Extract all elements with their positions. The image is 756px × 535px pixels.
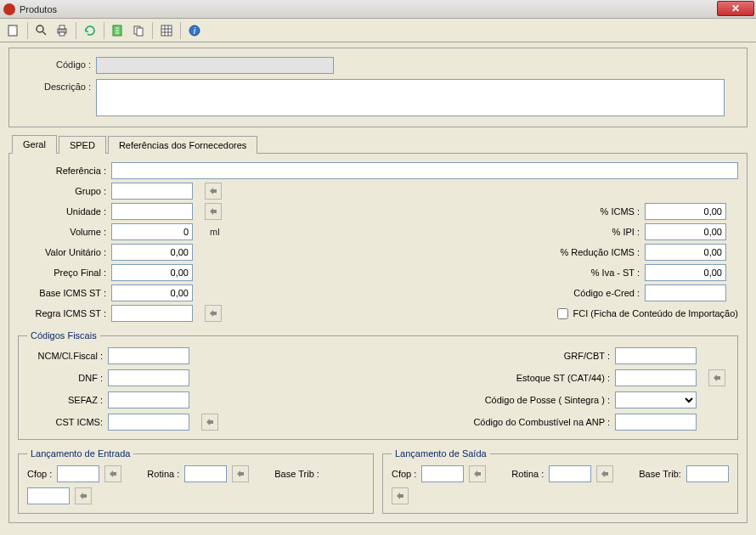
estoque-st-label: Estoque ST (CAT/44) : [445,373,615,383]
regra-icms-st-label: Regra ICMS ST : [18,308,111,318]
header-fields: Código : Descrição : [8,48,748,127]
copy-icon[interactable] [130,22,147,39]
lancamento-entrada-fieldset: Lançamento de Entrada Cfop : Rotina : Ba… [18,448,374,514]
regra-icms-st-field[interactable] [111,305,193,322]
svg-rect-8 [137,28,143,36]
preco-final-field[interactable] [111,264,193,281]
pct-reducao-field[interactable] [645,244,726,261]
regra-icms-lookup-icon[interactable] [205,305,222,322]
dnf-label: DNF : [27,373,108,383]
toolbar-separator [104,22,104,39]
valor-unitario-label: Valor Unitário : [18,247,111,257]
lanc-saida-legend: Lançamento de Saída [392,448,490,459]
svg-rect-9 [161,25,172,36]
saida-rotina-lookup-icon[interactable] [596,465,613,482]
tab-ref-fornecedores[interactable]: Referências dos Fornecedores [108,136,257,154]
grid-icon[interactable] [158,22,175,39]
search-icon[interactable] [33,22,50,39]
base-icms-st-field[interactable] [111,284,193,301]
lanc-entrada-legend: Lançamento de Entrada [27,448,133,459]
saida-basetrib-label: Base Trib: [639,469,681,479]
saida-basetrib-field[interactable] [686,465,729,482]
entrada-basetrib-lookup-icon[interactable] [75,487,92,504]
window-title: Produtos [20,4,57,14]
cod-ecred-field[interactable] [645,284,726,301]
svg-rect-5 [59,32,65,36]
ncm-label: NCM/Cl.Fiscal : [27,351,108,361]
cod-posse-label: Código de Posse ( Sintegra ) : [445,395,615,405]
cst-icms-label: CST ICMS: [27,417,108,427]
valor-unitario-field[interactable] [111,244,193,261]
base-icms-st-label: Base ICMS ST : [18,288,111,298]
saida-cfop-label: Cfop : [392,469,416,479]
codigos-fiscais-legend: Códigos Fiscais [27,330,100,341]
ncm-field[interactable] [108,347,189,364]
pct-icms-field[interactable] [645,203,726,220]
descricao-label: Descrição : [20,79,96,92]
pct-reducao-label: % Redução ICMS : [543,247,645,257]
grupo-lookup-icon[interactable] [205,183,222,200]
toolbar-separator [76,22,76,39]
cod-comb-field[interactable] [615,414,697,431]
cod-ecred-label: Código e-Cred : [543,288,645,298]
codigo-field[interactable] [96,57,334,74]
saida-rotina-label: Rotina : [511,469,544,479]
entrada-cfop-label: Cfop : [27,469,52,479]
pct-icms-label: % ICMS : [543,206,645,217]
svg-point-1 [37,25,43,32]
saida-rotina-field[interactable] [549,465,591,482]
sefaz-label: SEFAZ : [27,395,108,405]
saida-basetrib-lookup-icon[interactable] [392,487,409,504]
svg-line-2 [42,31,46,35]
volume-label: Volume : [18,227,111,237]
entrada-cfop-field[interactable] [57,465,99,482]
svg-rect-4 [59,25,65,29]
referencia-label: Referência : [18,166,111,176]
entrada-basetrib-label: Base Trib : [274,469,319,479]
grf-label: GRF/CBT : [445,351,615,361]
preco-final-label: Preço Final : [18,268,111,278]
titlebar: Produtos ✕ [0,0,756,19]
saida-cfop-field[interactable] [421,465,464,482]
pct-ipi-field[interactable] [645,223,726,240]
entrada-cfop-lookup-icon[interactable] [104,465,121,482]
new-icon[interactable] [5,22,22,39]
cod-posse-select[interactable] [615,391,697,408]
entrada-basetrib-field[interactable] [27,487,70,504]
saida-cfop-lookup-icon[interactable] [469,465,486,482]
estoque-st-lookup-icon[interactable] [708,369,725,386]
lancamento-saida-fieldset: Lançamento de Saída Cfop : Rotina : Base… [382,448,738,514]
codigos-fiscais-fieldset: Códigos Fiscais NCM/Cl.Fiscal : GRF/CBT … [18,330,738,440]
referencia-field[interactable] [111,162,738,179]
codigo-label: Código : [20,57,96,70]
dnf-field[interactable] [108,369,189,386]
entrada-rotina-lookup-icon[interactable] [232,465,249,482]
fci-checkbox[interactable] [557,308,568,319]
cst-icms-lookup-icon[interactable] [201,414,218,431]
tab-geral[interactable]: Geral [12,135,57,154]
volume-field[interactable] [111,223,193,240]
help-icon[interactable]: i [186,22,203,39]
grupo-label: Grupo : [18,186,111,196]
estoque-st-field[interactable] [615,369,697,386]
toolbar: i [0,19,756,42]
grupo-field[interactable] [111,183,193,200]
edit-icon[interactable] [110,22,127,39]
unidade-lookup-icon[interactable] [205,203,222,220]
pct-iva-st-label: % Iva - ST : [543,268,645,278]
descricao-field[interactable] [96,79,725,116]
close-button[interactable]: ✕ [717,1,754,16]
refresh-icon[interactable] [82,22,99,39]
entrada-rotina-field[interactable] [184,465,227,482]
fci-label: FCI (Ficha de Conteúdo de Importação) [573,308,738,318]
print-icon[interactable] [54,22,71,39]
grf-field[interactable] [615,347,697,364]
tab-body-geral: Referência : Grupo : Unidade : % ICMS : … [8,153,748,523]
unidade-field[interactable] [111,203,193,220]
tab-sped[interactable]: SPED [59,136,106,154]
toolbar-separator [152,22,153,39]
pct-iva-st-field[interactable] [645,264,726,281]
sefaz-field[interactable] [108,391,189,408]
toolbar-separator [180,22,181,39]
cst-icms-field[interactable] [108,414,189,431]
